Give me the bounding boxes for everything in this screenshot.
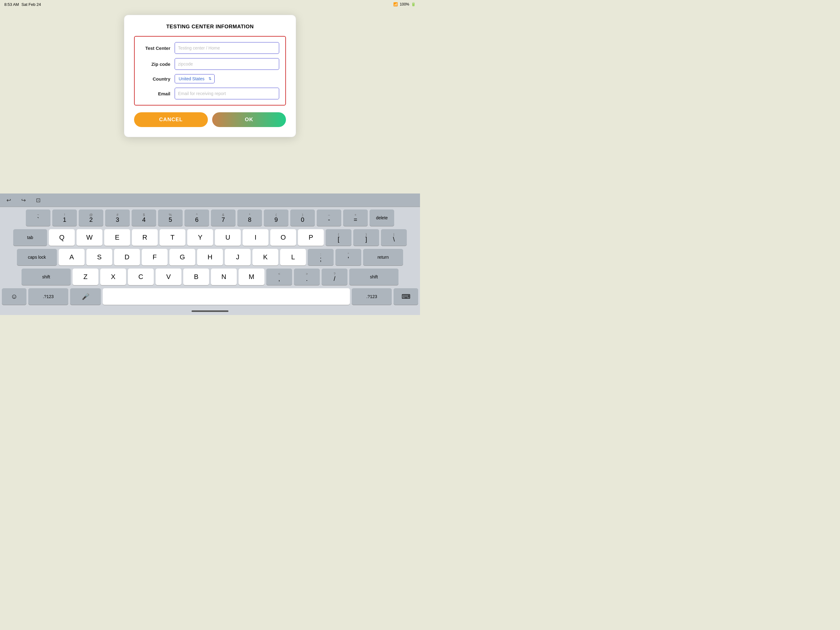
- cancel-button[interactable]: CANCEL: [134, 112, 208, 127]
- keyboard-area: ↩ ↪ ⊡ ~` !1 @2 #3 $4 %5 ^6 &7 *8 (9 )0 –…: [0, 193, 420, 315]
- numpad-key-left[interactable]: .?123: [28, 288, 68, 305]
- key-caret-6[interactable]: ^6: [185, 209, 209, 226]
- delete-key[interactable]: delete: [369, 209, 394, 226]
- key-p[interactable]: P: [298, 229, 324, 246]
- form-section: Test Center Zip code Country United Stat…: [134, 36, 286, 106]
- key-u[interactable]: U: [215, 229, 241, 246]
- key-i[interactable]: I: [243, 229, 268, 246]
- key-question-slash[interactable]: ?/: [322, 269, 347, 285]
- qwerty-row: tab Q W E R T Y U I O P {[ }] |\: [2, 229, 418, 246]
- keyboard-dismiss-key[interactable]: ⌨: [393, 288, 418, 305]
- space-key[interactable]: [103, 288, 350, 305]
- key-x[interactable]: X: [100, 269, 126, 285]
- battery-percent: 100%: [400, 2, 409, 6]
- bottom-row: ☺ .?123 🎤 .?123 ⌨: [2, 288, 418, 305]
- test-center-label: Test Center: [141, 46, 175, 51]
- numpad-key-right[interactable]: .?123: [352, 288, 392, 305]
- email-label: Email: [141, 91, 175, 96]
- key-lt-comma[interactable]: <,: [266, 269, 292, 285]
- key-h[interactable]: H: [197, 249, 223, 266]
- key-a[interactable]: A: [59, 249, 85, 266]
- zip-code-label: Zip code: [141, 62, 175, 67]
- key-w[interactable]: W: [77, 229, 103, 246]
- key-n[interactable]: N: [211, 269, 237, 285]
- country-label: Country: [141, 76, 175, 82]
- key-rparen-0[interactable]: )0: [290, 209, 315, 226]
- key-d[interactable]: D: [114, 249, 140, 266]
- key-c[interactable]: C: [128, 269, 154, 285]
- key-exclaim-1[interactable]: !1: [52, 209, 77, 226]
- emoji-key[interactable]: ☺: [2, 288, 27, 305]
- key-colon-semicolon[interactable]: :;: [308, 249, 333, 266]
- modal-title: TESTING CENTER INFORMATION: [134, 24, 286, 30]
- key-tilde-backtick[interactable]: ~`: [26, 209, 51, 226]
- tab-key[interactable]: tab: [13, 229, 47, 246]
- status-bar: 8:53 AM Sat Feb 24 📶 100% 🔋: [0, 0, 420, 9]
- zxcv-row: shift Z X C V B N M <, >. ?/ shift: [2, 269, 418, 285]
- home-indicator: [191, 310, 229, 312]
- caps-lock-key[interactable]: caps lock: [17, 249, 57, 266]
- modal-dialog: TESTING CENTER INFORMATION Test Center Z…: [124, 15, 296, 137]
- key-lparen-9[interactable]: (9: [264, 209, 288, 226]
- key-minus-dash[interactable]: –-: [317, 209, 341, 226]
- key-s[interactable]: S: [87, 249, 112, 266]
- key-plus-equals[interactable]: +=: [343, 209, 368, 226]
- key-m[interactable]: M: [238, 269, 264, 285]
- zip-code-input[interactable]: [175, 58, 279, 70]
- key-asterisk-8[interactable]: *8: [237, 209, 262, 226]
- shift-left-key[interactable]: shift: [22, 269, 71, 285]
- key-e[interactable]: E: [104, 229, 130, 246]
- ok-button[interactable]: OK: [212, 112, 286, 127]
- key-k[interactable]: K: [253, 249, 278, 266]
- return-key[interactable]: return: [363, 249, 403, 266]
- shift-right-key[interactable]: shift: [349, 269, 398, 285]
- undo-button[interactable]: ↩: [4, 195, 14, 205]
- key-b[interactable]: B: [183, 269, 209, 285]
- number-row: ~` !1 @2 #3 $4 %5 ^6 &7 *8 (9 )0 –- += d…: [2, 209, 418, 226]
- zip-code-row: Zip code: [141, 58, 279, 70]
- key-percent-5[interactable]: %5: [158, 209, 183, 226]
- email-row: Email: [141, 88, 279, 99]
- country-select[interactable]: United States: [175, 74, 215, 83]
- key-gt-period[interactable]: >.: [294, 269, 320, 285]
- status-time: 8:53 AM: [4, 2, 19, 7]
- keyboard-rows: ~` !1 @2 #3 $4 %5 ^6 &7 *8 (9 )0 –- += d…: [0, 207, 420, 309]
- paste-button[interactable]: ⊡: [33, 195, 43, 205]
- key-v[interactable]: V: [156, 269, 182, 285]
- email-input[interactable]: [175, 88, 279, 99]
- key-q[interactable]: Q: [49, 229, 75, 246]
- key-at-2[interactable]: @2: [79, 209, 103, 226]
- key-rbrace-rbracket[interactable]: }]: [353, 229, 379, 246]
- key-hash-3[interactable]: #3: [105, 209, 130, 226]
- key-ampersand-7[interactable]: &7: [211, 209, 235, 226]
- key-lbrace-lbracket[interactable]: {[: [325, 229, 351, 246]
- key-j[interactable]: J: [225, 249, 251, 266]
- key-o[interactable]: O: [270, 229, 296, 246]
- key-dollar-4[interactable]: $4: [132, 209, 156, 226]
- test-center-input[interactable]: [175, 42, 279, 54]
- key-t[interactable]: T: [159, 229, 185, 246]
- country-row: Country United States ⇅: [141, 74, 279, 83]
- button-row: CANCEL OK: [134, 112, 286, 127]
- mic-key[interactable]: 🎤: [70, 288, 101, 305]
- status-date: Sat Feb 24: [22, 2, 41, 7]
- key-quote-apostrophe[interactable]: "': [335, 249, 361, 266]
- asdf-row: caps lock A S D F G H J K L :; "' return: [2, 249, 418, 266]
- modal-backdrop: TESTING CENTER INFORMATION Test Center Z…: [0, 9, 420, 193]
- key-r[interactable]: R: [132, 229, 158, 246]
- key-pipe-backslash[interactable]: |\: [381, 229, 407, 246]
- key-l[interactable]: L: [280, 249, 306, 266]
- key-z[interactable]: Z: [73, 269, 98, 285]
- battery-icon: 🔋: [411, 2, 416, 6]
- keyboard-toolbar: ↩ ↪ ⊡: [0, 193, 420, 207]
- key-y[interactable]: Y: [187, 229, 213, 246]
- redo-button[interactable]: ↪: [19, 195, 28, 205]
- country-select-wrapper: United States ⇅: [175, 74, 215, 83]
- wifi-icon: 📶: [393, 2, 398, 6]
- key-g[interactable]: G: [169, 249, 195, 266]
- key-f[interactable]: F: [142, 249, 167, 266]
- test-center-row: Test Center: [141, 42, 279, 54]
